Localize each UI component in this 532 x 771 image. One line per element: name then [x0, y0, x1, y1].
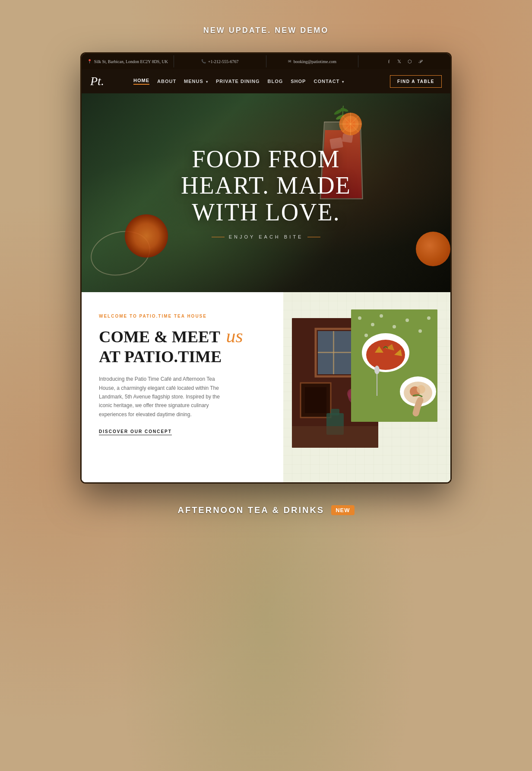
svg-rect-17 [318, 352, 352, 353]
hero-title-line2: HEART. MADE [181, 172, 351, 199]
svg-point-41 [417, 385, 425, 394]
pinterest-icon[interactable]: 𝒫 [417, 58, 424, 65]
title-cursive: us [226, 325, 243, 347]
browser-frame: 📍 Silk St, Barbican, London EC2Y 8DS, UK… [80, 52, 452, 484]
page-wrapper: NEW UPDATE. NEW DEMO 📍 Silk St, Barbican… [0, 0, 532, 550]
find-table-button[interactable]: FIND A TABLE [390, 75, 442, 88]
menus-arrow: ▾ [206, 80, 208, 84]
title-line1: COME & MEET [99, 328, 220, 346]
hero-title-line3: WITH LOVE. [192, 199, 340, 226]
address-section: 📍 Silk St, Barbican, London EC2Y 8DS, UK [82, 55, 174, 67]
welcome-tag: WELCOME TO PATIO.TIME TEA HOUSE [99, 314, 266, 319]
email-section: ✉ booking@patiotime.com [266, 55, 359, 67]
title-line2: AT PATIO.TIME [99, 347, 222, 366]
nav-contact[interactable]: CONTACT ▾ [314, 79, 344, 84]
site-logo[interactable]: Pt. [90, 74, 120, 88]
new-badge: NEW [331, 505, 354, 515]
about-text-left: WELCOME TO PATIO.TIME TEA HOUSE COME & M… [82, 292, 283, 482]
phone-section: 📞 +1-212-555-6767 [174, 55, 266, 67]
top-label: NEW UPDATE. NEW DEMO [203, 26, 329, 35]
address-text: Silk St, Barbican, London EC2Y 8DS, UK [94, 59, 168, 64]
orange-decoration-right [416, 232, 450, 266]
hero-title: FOOD FROM HEART. MADE WITH LOVE. [181, 146, 351, 226]
svg-point-32 [393, 325, 396, 328]
about-description: Introducing the Patio Time Café and Afte… [99, 375, 228, 419]
svg-rect-20 [305, 387, 326, 413]
phone-text: +1-212-555-6767 [208, 59, 239, 64]
svg-rect-25 [331, 409, 339, 415]
social-icons-group: f 𝕏 ⬡ 𝒫 [386, 58, 424, 65]
hero-subtitle: ENJOY EACH BITE [181, 234, 351, 239]
svg-point-29 [371, 323, 374, 326]
section-title: COME & MEET us AT PATIO.TIME [99, 325, 266, 366]
svg-point-35 [427, 316, 431, 320]
svg-point-30 [364, 334, 368, 337]
nav-menus[interactable]: MENUS ▾ [184, 79, 208, 84]
svg-point-31 [380, 314, 383, 318]
svg-point-33 [405, 319, 409, 322]
svg-rect-26 [292, 426, 378, 448]
email-text: booking@patiotime.com [294, 59, 336, 64]
discover-concept-link[interactable]: DISCOVER OUR CONCEPT [99, 429, 172, 435]
top-info-bar: 📍 Silk St, Barbican, London EC2Y 8DS, UK… [82, 54, 450, 69]
phone-icon: 📞 [201, 59, 206, 64]
nav-private-dining[interactable]: PRIVATE DINING [216, 79, 260, 84]
social-section: f 𝕏 ⬡ 𝒫 [358, 55, 450, 67]
orange-slice-left [125, 214, 168, 258]
hero-section: FOOD FROM HEART. MADE WITH LOVE. ENJOY E… [82, 93, 450, 292]
twitter-icon[interactable]: 𝕏 [396, 58, 403, 65]
about-image-right [283, 292, 450, 482]
instagram-icon[interactable]: ⬡ [406, 58, 413, 65]
contact-arrow: ▾ [342, 80, 344, 84]
nav-links-group: HOME ABOUT MENUS ▾ PRIVATE DINING BLOG S… [133, 78, 390, 85]
svg-point-34 [418, 329, 422, 333]
location-icon: 📍 [87, 59, 92, 64]
food-table-img [351, 309, 437, 422]
email-icon: ✉ [288, 59, 291, 64]
navigation-bar: Pt. HOME ABOUT MENUS ▾ PRIVATE DINING BL… [82, 69, 450, 93]
bottom-label: AFTERNOON TEA & DRINKS [177, 505, 324, 515]
svg-point-43 [374, 366, 380, 374]
nav-home[interactable]: HOME [133, 78, 149, 85]
svg-point-28 [358, 316, 361, 320]
nav-about[interactable]: ABOUT [157, 79, 176, 84]
about-content-section: WELCOME TO PATIO.TIME TEA HOUSE COME & M… [82, 292, 450, 482]
hero-title-line1: FOOD FROM [192, 146, 340, 172]
hero-text-block: FOOD FROM HEART. MADE WITH LOVE. ENJOY E… [181, 146, 351, 240]
food-svg [351, 309, 437, 422]
nav-blog[interactable]: BLOG [268, 79, 283, 84]
bottom-section: AFTERNOON TEA & DRINKS NEW [177, 505, 354, 515]
nav-shop[interactable]: SHOP [291, 79, 306, 84]
facebook-icon[interactable]: f [386, 58, 393, 65]
